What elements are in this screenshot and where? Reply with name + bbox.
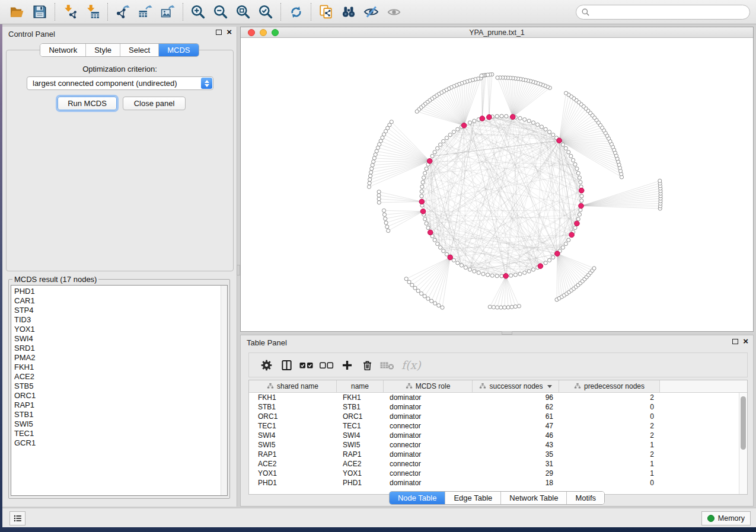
cell-mcds-role[interactable]: dominator	[384, 431, 473, 440]
float-table-panel-icon[interactable]	[732, 339, 738, 344]
cell-shared-name[interactable]: SWI5	[249, 440, 337, 450]
cell-shared-name[interactable]: STB1	[249, 402, 337, 412]
network-canvas[interactable]	[241, 38, 753, 331]
cell-mcds-role[interactable]: connector	[384, 440, 473, 450]
table-row[interactable]: TEC1 TEC1 connector 47 2	[249, 421, 739, 431]
cell-successor-nodes[interactable]: 29	[473, 469, 559, 478]
float-panel-icon[interactable]	[216, 30, 222, 35]
table-row[interactable]: RAP1 RAP1 dominator 35 2	[249, 450, 739, 459]
cell-name[interactable]: ORC1	[337, 412, 384, 421]
table-header-cell[interactable]	[660, 380, 747, 392]
cell-shared-name[interactable]: RAP1	[249, 450, 337, 459]
cell-predecessor-nodes[interactable]: 2	[559, 421, 660, 431]
cell-successor-nodes[interactable]: 96	[473, 393, 559, 402]
zoom-in-icon[interactable]	[187, 2, 209, 21]
mcds-result-item[interactable]: GCR1	[14, 438, 227, 448]
close-window-icon[interactable]	[248, 29, 255, 36]
cell-name[interactable]: ACE2	[337, 459, 384, 469]
cell-successor-nodes[interactable]: 18	[473, 478, 559, 488]
cell-name[interactable]: STB1	[337, 402, 384, 412]
cell-name[interactable]: SWI4	[337, 431, 384, 440]
run-mcds-button[interactable]: Run MCDS	[58, 97, 117, 110]
mcds-result-item[interactable]: ACE2	[14, 372, 227, 382]
table-scrollbar-thumb[interactable]	[741, 396, 746, 450]
control-panel-tab[interactable]: Network	[40, 44, 86, 56]
mcds-result-item[interactable]: CAR1	[14, 296, 227, 306]
cell-mcds-role[interactable]: connector	[384, 421, 473, 431]
save-session-icon[interactable]	[28, 2, 51, 21]
table-row[interactable]: FKH1 FKH1 dominator 96 2	[249, 393, 739, 402]
export-table-icon[interactable]	[134, 2, 157, 21]
table-row[interactable]: STB1 STB1 dominator 62 0	[249, 402, 739, 412]
cell-mcds-role[interactable]: dominator	[384, 450, 473, 459]
show-columns-icon[interactable]	[277, 356, 296, 374]
table-header-cell[interactable]: successor nodes	[473, 380, 559, 392]
table-header-cell[interactable]: shared name	[249, 380, 337, 392]
search-input[interactable]	[576, 5, 750, 20]
copy-view-icon[interactable]	[315, 2, 337, 21]
mcds-result-item[interactable]: PHD1	[14, 287, 227, 296]
table-panel-tab[interactable]: Edge Table	[445, 492, 501, 504]
refresh-icon[interactable]	[285, 2, 307, 21]
criterion-dropdown[interactable]: largest connected component (undirected)	[27, 76, 213, 90]
mcds-result-item[interactable]: TEC1	[14, 429, 227, 438]
table-panel-tab[interactable]: Network Table	[501, 492, 567, 504]
cell-mcds-role[interactable]: dominator	[384, 393, 473, 402]
memory-button[interactable]: Memory	[701, 511, 751, 525]
cell-name[interactable]: YOX1	[337, 469, 384, 478]
cell-successor-nodes[interactable]: 43	[473, 440, 559, 450]
close-table-panel-icon[interactable]: ×	[743, 338, 748, 344]
delete-table-icon[interactable]	[378, 356, 397, 374]
mcds-list-scrollbar[interactable]	[221, 286, 227, 495]
table-row[interactable]: SWI4 SWI4 dominator 46 2	[249, 431, 739, 440]
cell-successor-nodes[interactable]: 62	[473, 402, 559, 412]
table-header-cell[interactable]: predecessor nodes	[559, 380, 660, 392]
cell-successor-nodes[interactable]: 46	[473, 431, 559, 440]
mcds-result-item[interactable]: SWI4	[14, 334, 227, 344]
cell-shared-name[interactable]: YOX1	[249, 469, 337, 478]
cell-name[interactable]: TEC1	[337, 421, 384, 431]
table-header-cell[interactable]: MCDS role	[384, 380, 473, 392]
add-row-icon[interactable]	[337, 356, 356, 374]
network-graph[interactable]	[241, 38, 753, 331]
delete-row-icon[interactable]	[358, 356, 377, 374]
cell-shared-name[interactable]: ORC1	[249, 412, 337, 421]
cell-successor-nodes[interactable]: 35	[473, 450, 559, 459]
task-history-button[interactable]	[9, 511, 25, 525]
cell-shared-name[interactable]: ACE2	[249, 459, 337, 469]
cell-shared-name[interactable]: FKH1	[249, 393, 337, 402]
table-row[interactable]: ORC1 ORC1 dominator 61 0	[249, 412, 739, 421]
cell-predecessor-nodes[interactable]: 1	[559, 459, 660, 469]
mcds-result-item[interactable]: FKH1	[14, 363, 227, 372]
cell-predecessor-nodes[interactable]: 2	[559, 450, 660, 459]
table-panel-tab[interactable]: Motifs	[567, 492, 604, 504]
mcds-result-item[interactable]: SRD1	[14, 344, 227, 353]
zoom-out-icon[interactable]	[209, 2, 232, 21]
maximize-window-icon[interactable]	[272, 29, 279, 36]
cell-predecessor-nodes[interactable]: 0	[559, 478, 660, 488]
table-row[interactable]: YOX1 YOX1 connector 29 1	[249, 469, 739, 478]
mcds-result-item[interactable]: PMA2	[14, 353, 227, 363]
mcds-result-item[interactable]: YOX1	[14, 325, 227, 334]
control-panel-tab[interactable]: Style	[86, 44, 120, 56]
mcds-result-item[interactable]: RAP1	[14, 400, 227, 410]
zoom-fit-icon[interactable]	[232, 2, 254, 21]
show-glyphs-icon[interactable]	[382, 2, 405, 21]
import-network-icon[interactable]	[59, 2, 81, 21]
cell-predecessor-nodes[interactable]: 1	[559, 469, 660, 478]
cell-predecessor-nodes[interactable]: 0	[559, 412, 660, 421]
open-session-icon[interactable]	[6, 2, 28, 21]
mcds-result-item[interactable]: SWI5	[14, 419, 227, 429]
table-row[interactable]: PHD1 PHD1 dominator 18 0	[249, 478, 739, 488]
import-table-icon[interactable]	[81, 2, 104, 21]
close-panel-button[interactable]: Close panel	[123, 97, 186, 110]
table-row[interactable]: SWI5 SWI5 connector 43 1	[249, 440, 739, 450]
cell-shared-name[interactable]: TEC1	[249, 421, 337, 431]
select-all-icon[interactable]	[297, 356, 316, 374]
zoom-selected-icon[interactable]	[254, 2, 277, 21]
cell-mcds-role[interactable]: dominator	[384, 412, 473, 421]
table-settings-icon[interactable]	[257, 356, 276, 374]
cell-mcds-role[interactable]: connector	[384, 459, 473, 469]
hide-glyphs-icon[interactable]	[360, 2, 382, 21]
vertical-splitter-handle[interactable]	[237, 265, 240, 275]
